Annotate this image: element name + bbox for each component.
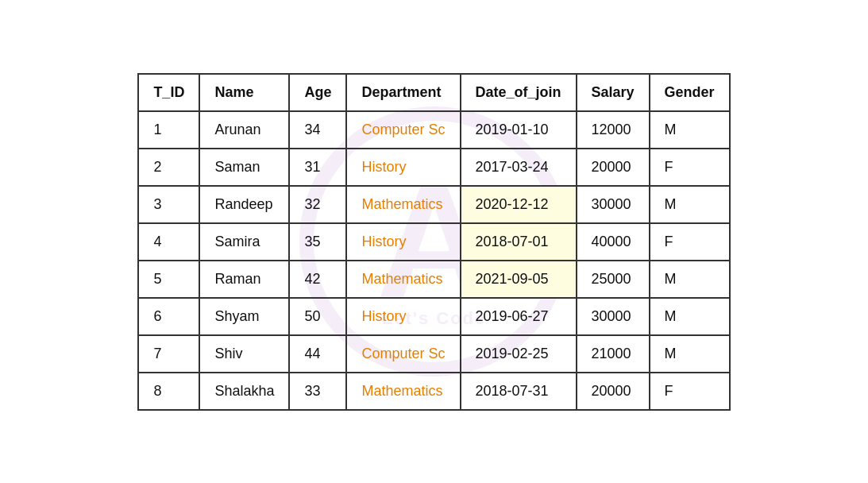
cell-tid: 7 [138,335,199,373]
col-header-salary: Salary [577,74,650,111]
cell-salary: 12000 [577,111,650,149]
cell-doj: 2018-07-31 [461,373,577,410]
data-table: T_ID Name Age Department Date_of_join Sa… [137,73,730,411]
cell-name: Saman [199,149,289,186]
cell-tid: 5 [138,261,199,298]
cell-tid: 6 [138,298,199,335]
cell-name: Shyam [199,298,289,335]
table-row: 5 Raman 42 Mathematics 2021-09-05 25000 … [138,261,729,298]
cell-department: Mathematics [346,186,460,223]
cell-salary: 20000 [577,149,650,186]
cell-name: Samira [199,223,289,261]
cell-tid: 2 [138,149,199,186]
cell-age: 34 [289,111,346,149]
cell-name: Raman [199,261,289,298]
cell-doj: 2020-12-12 [461,186,577,223]
cell-doj: 2021-09-05 [461,261,577,298]
table-row: 7 Shiv 44 Computer Sc 2019-02-25 21000 M [138,335,729,373]
cell-gender: M [650,298,730,335]
cell-doj: 2018-07-01 [461,223,577,261]
table-row: 1 Arunan 34 Computer Sc 2019-01-10 12000… [138,111,729,149]
col-header-doj: Date_of_join [461,74,577,111]
col-header-tid: T_ID [138,74,199,111]
table-row: 6 Shyam 50 History 2019-06-27 30000 M [138,298,729,335]
cell-name: Arunan [199,111,289,149]
cell-department: Mathematics [346,261,460,298]
cell-name: Randeep [199,186,289,223]
cell-age: 44 [289,335,346,373]
cell-gender: M [650,261,730,298]
cell-department: History [346,149,460,186]
cell-tid: 8 [138,373,199,410]
table-header-row: T_ID Name Age Department Date_of_join Sa… [138,74,729,111]
cell-gender: F [650,149,730,186]
cell-doj: 2019-01-10 [461,111,577,149]
col-header-name: Name [199,74,289,111]
table-row: 4 Samira 35 History 2018-07-01 40000 F [138,223,729,261]
cell-department: History [346,298,460,335]
cell-gender: F [650,223,730,261]
cell-doj: 2019-06-27 [461,298,577,335]
cell-age: 42 [289,261,346,298]
cell-age: 32 [289,186,346,223]
cell-salary: 25000 [577,261,650,298]
cell-tid: 1 [138,111,199,149]
cell-name: Shiv [199,335,289,373]
cell-salary: 21000 [577,335,650,373]
table-row: 2 Saman 31 History 2017-03-24 20000 F [138,149,729,186]
cell-department: Mathematics [346,373,460,410]
cell-department: Computer Sc [346,111,460,149]
cell-doj: 2017-03-24 [461,149,577,186]
cell-salary: 30000 [577,186,650,223]
cell-gender: M [650,111,730,149]
cell-age: 31 [289,149,346,186]
cell-gender: M [650,186,730,223]
col-header-age: Age [289,74,346,111]
cell-doj: 2019-02-25 [461,335,577,373]
cell-age: 33 [289,373,346,410]
cell-department: Computer Sc [346,335,460,373]
cell-age: 50 [289,298,346,335]
table-row: 3 Randeep 32 Mathematics 2020-12-12 3000… [138,186,729,223]
col-header-gender: Gender [650,74,730,111]
table-container: T_ID Name Age Department Date_of_join Sa… [137,73,730,411]
cell-salary: 20000 [577,373,650,410]
cell-salary: 30000 [577,298,650,335]
cell-gender: M [650,335,730,373]
cell-age: 35 [289,223,346,261]
cell-tid: 4 [138,223,199,261]
cell-tid: 3 [138,186,199,223]
cell-gender: F [650,373,730,410]
cell-name: Shalakha [199,373,289,410]
cell-salary: 40000 [577,223,650,261]
cell-department: History [346,223,460,261]
table-row: 8 Shalakha 33 Mathematics 2018-07-31 200… [138,373,729,410]
col-header-department: Department [346,74,460,111]
